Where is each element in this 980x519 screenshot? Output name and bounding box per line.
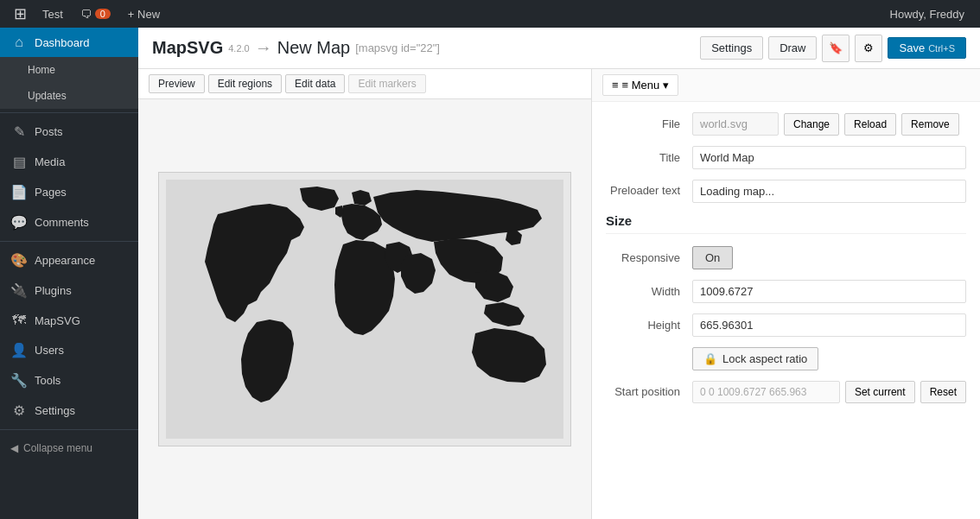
lock-aspect-button[interactable]: 🔒 Lock aspect ratio: [692, 347, 818, 370]
width-label: Width: [606, 285, 692, 298]
reset-button[interactable]: Reset: [920, 381, 966, 403]
adminbar-new[interactable]: + New: [119, 0, 169, 28]
title-field-row: Title: [606, 146, 966, 169]
right-panel: ≡ ≡ Menu ▾ File Change Reload Remove: [591, 69, 980, 519]
height-input[interactable]: [692, 313, 966, 337]
sidebar-item-tools[interactable]: 🔧 Tools: [0, 365, 138, 396]
panel-menu-bar: ≡ ≡ Menu ▾: [592, 69, 980, 102]
file-control: Change Reload Remove: [692, 112, 966, 136]
change-button[interactable]: Change: [784, 113, 839, 136]
bookmark-icon-button[interactable]: 🔖: [822, 35, 850, 62]
tools-icon: 🔧: [10, 372, 28, 389]
sidebar-item-plugins[interactable]: 🔌 Plugins: [0, 275, 138, 306]
width-field-row: Width: [606, 280, 966, 303]
file-label: File: [606, 117, 692, 130]
sidebar-item-users[interactable]: 👤 Users: [0, 335, 138, 365]
sidebar-item-updates[interactable]: Updates: [0, 83, 138, 109]
bookmark-icon: 🔖: [829, 41, 843, 54]
title-arrow: →: [255, 38, 272, 58]
preloader-input[interactable]: [692, 180, 966, 203]
plugin-name: MapSVG: [152, 38, 223, 58]
sidebar-plugins-label: Plugins: [35, 284, 72, 297]
sidebar-item-media[interactable]: ▤ Media: [0, 147, 138, 177]
sidebar-item-home[interactable]: Home: [0, 57, 138, 83]
sidebar-pages-label: Pages: [35, 186, 67, 199]
adminbar-howdy: Howdy, Freddy: [881, 8, 973, 21]
responsive-toggle[interactable]: On: [692, 246, 733, 269]
pages-icon: 📄: [10, 184, 28, 200]
page-title: MapSVG4.2.0 → New Map [mapsvg id="22"]: [152, 38, 440, 58]
sidebar-updates-label: Updates: [28, 90, 67, 102]
save-button[interactable]: Save Ctrl+S: [888, 37, 966, 59]
map-svg-area: [166, 180, 563, 439]
start-position-label: Start position: [606, 385, 692, 400]
collapse-menu-label: Collapse menu: [23, 442, 92, 454]
collapse-menu-button[interactable]: ◀ Collapse menu: [0, 434, 138, 463]
sidebar-item-mapsvg[interactable]: 🗺 MapSVG: [0, 306, 138, 335]
sidebar-home-label: Home: [28, 64, 55, 76]
draw-button[interactable]: Draw: [768, 36, 817, 60]
sliders-icon-button[interactable]: ⚙: [855, 35, 882, 62]
reload-button[interactable]: Reload: [844, 113, 896, 136]
sidebar-item-appearance[interactable]: 🎨 Appearance: [0, 245, 138, 275]
map-toolbar: Preview Edit regions Edit data Edit mark…: [138, 69, 591, 99]
posts-icon: ✎: [10, 123, 28, 140]
start-position-input[interactable]: [692, 381, 840, 403]
sidebar-mapsvg-label: MapSVG: [35, 314, 80, 327]
plugin-version: 4.2.0: [228, 43, 249, 54]
plugins-icon: 🔌: [10, 282, 28, 299]
panel-body: File Change Reload Remove Title: [592, 102, 980, 519]
wp-logo-icon[interactable]: ⊞: [7, 4, 34, 23]
dashboard-submenu: Home Updates: [0, 57, 138, 109]
menu-chevron-icon: ▾: [663, 79, 669, 92]
map-container: [138, 99, 591, 519]
sidebar-item-pages[interactable]: 📄 Pages: [0, 177, 138, 207]
width-control: [692, 280, 966, 303]
menu-sep-3: [0, 429, 138, 430]
preview-button[interactable]: Preview: [149, 74, 205, 93]
sidebar-item-comments[interactable]: 💬 Comments: [0, 207, 138, 237]
adminbar-comments[interactable]: 🗨 0: [72, 0, 119, 28]
comments-menu-icon: 💬: [10, 214, 28, 231]
start-position-row: Start position Set current Reset: [606, 381, 966, 403]
header-actions: Settings Draw 🔖 ⚙ Save Ctrl+S: [700, 35, 966, 62]
title-control: [692, 146, 966, 169]
preloader-control: [692, 180, 966, 203]
edit-markers-button[interactable]: Edit markers: [348, 74, 425, 93]
lock-control: 🔒 Lock aspect ratio: [692, 347, 966, 370]
menu-hamburger-icon: ≡: [612, 79, 619, 92]
height-label: Height: [606, 319, 692, 332]
preloader-field-row: Preloader text: [606, 180, 966, 203]
new-map-title: New Map: [277, 38, 350, 58]
sidebar-item-settings[interactable]: ⚙ Settings: [0, 396, 138, 426]
height-field-row: Height: [606, 313, 966, 337]
admin-bar: ⊞ Test 🗨 0 + New Howdy, Freddy: [0, 0, 980, 28]
edit-regions-button[interactable]: Edit regions: [208, 74, 282, 93]
sidebar-appearance-label: Appearance: [35, 254, 95, 267]
sidebar-item-posts[interactable]: ✎ Posts: [0, 117, 138, 147]
sidebar-item-dashboard[interactable]: ⌂ Dashboard: [0, 28, 138, 57]
menu-sep-1: [0, 112, 138, 113]
sidebar-item-label: Dashboard: [35, 36, 90, 49]
settings-icon: ⚙: [10, 402, 28, 419]
sidebar-settings-label: Settings: [35, 404, 75, 417]
lock-aspect-row: 🔒 Lock aspect ratio: [606, 347, 966, 370]
height-control: [692, 313, 966, 337]
width-input[interactable]: [692, 280, 966, 303]
adminbar-site[interactable]: Test: [34, 0, 72, 28]
set-current-button[interactable]: Set current: [845, 381, 915, 403]
settings-button[interactable]: Settings: [700, 36, 763, 60]
remove-button[interactable]: Remove: [901, 113, 959, 136]
main-content: MapSVG4.2.0 → New Map [mapsvg id="22"] S…: [138, 28, 980, 519]
size-section-title: Size: [606, 213, 966, 234]
sidebar-comments-label: Comments: [35, 216, 89, 229]
file-input: [692, 112, 779, 136]
users-icon: 👤: [10, 342, 28, 358]
panel-menu-button[interactable]: ≡ ≡ Menu ▾: [602, 74, 678, 96]
preloader-label: Preloader text: [606, 184, 692, 199]
edit-data-button[interactable]: Edit data: [285, 74, 345, 93]
media-icon: ▤: [10, 154, 28, 170]
sidebar-users-label: Users: [35, 344, 64, 357]
lock-aspect-label: Lock aspect ratio: [722, 352, 807, 365]
title-input[interactable]: [692, 146, 966, 169]
